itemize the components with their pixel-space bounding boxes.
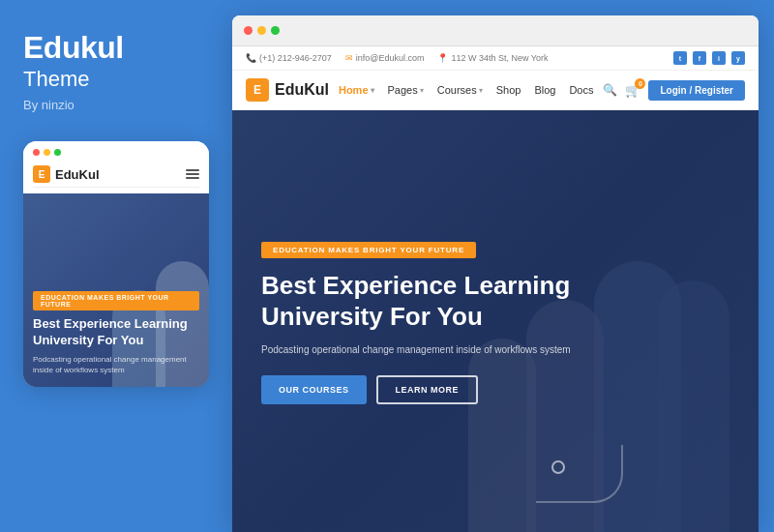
brand-theme: Theme bbox=[23, 67, 209, 92]
hero-content: EDUCATION MAKES BRIGHT YOUR FUTURE Best … bbox=[232, 220, 600, 424]
mobile-hero-badge: EDUCATION MAKES BRIGHT YOUR FUTURE bbox=[33, 291, 199, 310]
hero-section: EDUCATION MAKES BRIGHT YOUR FUTURE Best … bbox=[232, 110, 759, 532]
topbar-address: 📍 112 W 34th St, New York bbox=[437, 53, 548, 63]
hero-title-line1: Best Experience Learning bbox=[261, 271, 570, 300]
instagram-icon[interactable]: i bbox=[712, 51, 726, 65]
nav-pages-chevron-icon: ▾ bbox=[420, 86, 424, 95]
browser-dot-red bbox=[244, 26, 253, 35]
hero-title-line2: University For You bbox=[261, 302, 483, 331]
topbar-phone: 📞 (+1) 212-946-2707 bbox=[246, 53, 332, 63]
topbar-email-address: info@Edukul.com bbox=[356, 53, 425, 63]
mobile-window-dots bbox=[33, 149, 199, 156]
cart-icon[interactable]: 🛒 0 bbox=[625, 83, 640, 98]
nav-link-blog-label: Blog bbox=[534, 84, 555, 96]
desktop-preview: 📞 (+1) 212-946-2707 ✉ info@Edukul.com 📍 … bbox=[232, 15, 759, 532]
nav-link-pages-label: Pages bbox=[388, 84, 418, 96]
mobile-topbar: E EduKul bbox=[23, 141, 209, 193]
topbar-social-icons: t f i y bbox=[673, 51, 745, 65]
nav-link-pages[interactable]: Pages ▾ bbox=[388, 84, 424, 96]
youtube-icon[interactable]: y bbox=[731, 51, 745, 65]
topbar-email: ✉ info@Edukul.com bbox=[345, 53, 425, 63]
mobile-logo-initial: E bbox=[39, 169, 45, 180]
nav-link-home-label: Home bbox=[339, 84, 369, 96]
mobile-dot-green bbox=[54, 149, 61, 156]
hero-badge: EDUCATION MAKES BRIGHT YOUR FUTURE bbox=[261, 242, 476, 258]
nav-actions: 🔍 🛒 0 Login / Register bbox=[603, 80, 745, 101]
hero-deco-line bbox=[536, 445, 623, 503]
nav-courses-chevron-icon: ▾ bbox=[479, 86, 483, 95]
phone-icon: 📞 bbox=[246, 53, 256, 63]
nav-link-docs-label: Docs bbox=[569, 84, 593, 96]
login-register-button[interactable]: Login / Register bbox=[648, 80, 745, 101]
topbar-phone-number: (+1) 212-946-2707 bbox=[259, 53, 332, 63]
site-nav: E EduKul Home ▾ Pages ▾ Courses ▾ Shop B… bbox=[232, 71, 759, 110]
mobile-dot-red bbox=[33, 149, 40, 156]
email-icon: ✉ bbox=[345, 53, 353, 63]
hero-buttons: OUR COURSES LEARN MORE bbox=[261, 375, 571, 404]
nav-logo[interactable]: E EduKul bbox=[246, 78, 329, 102]
hero-description: Podcasting operational change management… bbox=[261, 342, 571, 358]
cart-badge: 0 bbox=[635, 78, 645, 89]
nav-link-courses[interactable]: Courses ▾ bbox=[437, 84, 483, 96]
facebook-icon[interactable]: f bbox=[693, 51, 706, 65]
nav-link-blog[interactable]: Blog bbox=[534, 84, 555, 96]
brand-by: By ninzio bbox=[23, 98, 209, 112]
mobile-hero: EDUCATION MAKES BRIGHT YOUR FUTURE Best … bbox=[23, 193, 209, 387]
browser-chrome bbox=[232, 15, 759, 46]
mobile-logo: E EduKul bbox=[33, 165, 100, 183]
brand-title: Edukul bbox=[23, 31, 209, 65]
our-courses-button[interactable]: OUR COURSES bbox=[261, 375, 367, 404]
nav-link-courses-label: Courses bbox=[437, 84, 477, 96]
nav-links: Home ▾ Pages ▾ Courses ▾ Shop Blog Docs bbox=[339, 84, 594, 96]
mobile-hero-desc: Podcasting operational change management… bbox=[33, 354, 199, 375]
mobile-dot-yellow bbox=[44, 149, 50, 156]
search-icon[interactable]: 🔍 bbox=[603, 83, 617, 97]
mobile-mockup: E EduKul EDUCATION MAKES BRIGHT YOUR FUT… bbox=[23, 141, 209, 387]
nav-logo-initial: E bbox=[253, 83, 261, 97]
nav-logo-text: EduKul bbox=[275, 81, 329, 99]
nav-home-chevron-icon: ▾ bbox=[371, 86, 374, 95]
hero-title: Best Experience Learning University For … bbox=[261, 270, 571, 333]
site-topbar: 📞 (+1) 212-946-2707 ✉ info@Edukul.com 📍 … bbox=[232, 46, 759, 71]
nav-link-shop[interactable]: Shop bbox=[496, 84, 521, 96]
browser-dot-green bbox=[271, 26, 280, 35]
learn-more-button[interactable]: LEARN MORE bbox=[376, 375, 479, 404]
nav-link-home[interactable]: Home ▾ bbox=[339, 84, 374, 96]
mobile-logo-text: EduKul bbox=[55, 167, 100, 182]
left-panel: Edukul Theme By ninzio E EduKul bbox=[0, 0, 232, 532]
mobile-logo-icon: E bbox=[33, 165, 50, 183]
browser-dot-yellow bbox=[257, 26, 266, 35]
nav-logo-icon: E bbox=[246, 78, 269, 102]
mobile-hero-title: Best Experience Learning University For … bbox=[33, 316, 199, 349]
twitter-icon[interactable]: t bbox=[673, 51, 687, 65]
nav-link-shop-label: Shop bbox=[496, 84, 521, 96]
topbar-left: 📞 (+1) 212-946-2707 ✉ info@Edukul.com 📍 … bbox=[246, 53, 549, 63]
topbar-address-text: 112 W 34th St, New York bbox=[451, 53, 548, 63]
location-icon: 📍 bbox=[437, 53, 448, 63]
mobile-navbar: E EduKul bbox=[33, 162, 199, 188]
nav-link-docs[interactable]: Docs bbox=[569, 84, 593, 96]
mobile-hamburger-icon[interactable] bbox=[186, 169, 199, 179]
